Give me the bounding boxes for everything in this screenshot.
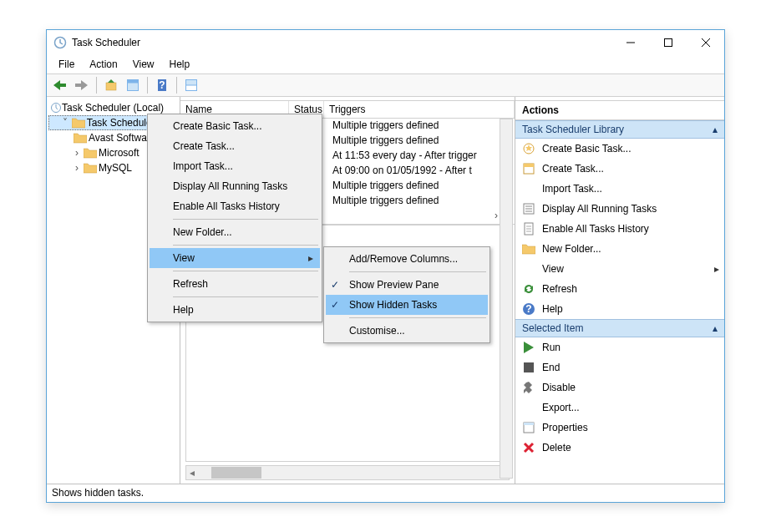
action-enable-all-tasks-history[interactable]: Enable All Tasks History [515,219,724,239]
forward-button[interactable] [72,75,92,95]
window-controls [611,30,724,55]
task-row[interactable]: Multiple triggers defined [327,194,515,209]
svg-rect-8 [186,85,197,91]
check-icon: ✓ [331,299,339,311]
tree-item-label: Microsoft [99,147,139,159]
check-icon: ✓ [331,279,339,291]
action-delete[interactable]: Delete [515,438,724,458]
star-icon [522,142,535,155]
actions-section-header[interactable]: Task Scheduler Library ▴ [515,120,724,139]
collapse-icon[interactable]: ˅ [61,117,70,129]
actions-title: Actions [515,100,724,120]
action-export[interactable]: Export... [515,398,724,418]
svg-text:?: ? [159,79,165,91]
expand-icon[interactable]: › [72,162,82,174]
action-label: Help [542,303,563,315]
ctx-new-folder[interactable]: New Folder... [150,222,320,242]
folder-icon [74,132,87,144]
action-disable[interactable]: Disable [515,377,724,398]
help-icon: ? [522,302,535,316]
vertical-scrollbar[interactable] [500,119,513,479]
folder-icon [522,242,535,256]
toolbar-separator [147,77,148,94]
help-button[interactable]: ? [152,75,172,95]
col-triggers[interactable]: Triggers [324,101,515,118]
props-icon [522,421,535,434]
menu-view[interactable]: View [126,57,161,72]
action-end[interactable]: End [515,357,724,377]
action-label: Create Task... [542,163,604,175]
submenu-arrow-icon: ▸ [308,252,313,264]
folder-icon [72,117,85,129]
menu-action[interactable]: Action [83,57,124,72]
svg-rect-2 [106,83,116,90]
toolbar: ? [47,73,724,97]
action-import-task[interactable]: Import Task... [515,179,724,199]
task-row[interactable]: Multiple triggers defined [327,119,515,134]
scroll-left-icon[interactable]: ◂ [186,467,198,479]
folder-icon [84,147,97,159]
action-properties[interactable]: Properties [515,418,724,438]
action-label: Import Task... [542,183,602,195]
folder-icon [84,162,97,174]
view-submenu: Add/Remove Columns... ✓Show Preview Pane… [323,246,490,343]
play-icon [522,341,535,354]
action-display-all-running-tasks[interactable]: Display All Running Tasks [515,199,724,219]
ctx-enable-history[interactable]: Enable All Tasks History [150,196,320,216]
expand-icon[interactable]: › [72,147,82,159]
maximize-button[interactable] [649,30,687,55]
panel-button[interactable] [123,75,143,95]
scroll-thumb[interactable] [211,467,261,479]
sub-add-remove-columns[interactable]: Add/Remove Columns... [326,249,488,269]
task-row[interactable]: Multiple triggers defined [327,179,515,194]
none-icon [522,262,535,276]
clock-icon [50,102,60,114]
back-button[interactable] [50,75,70,95]
status-bar: Shows hidden tasks. [47,484,724,502]
menu-file[interactable]: File [52,57,81,72]
minimize-button[interactable] [611,30,649,55]
task-row[interactable]: At 11:53 every day - After trigger [327,149,515,164]
action-new-folder[interactable]: New Folder... [515,239,724,259]
sub-show-hidden-tasks[interactable]: ✓Show Hidden Tasks [326,295,488,315]
refresh-icon [522,282,535,296]
more-indicator[interactable]: › [327,209,515,224]
list-icon [522,202,535,215]
action-refresh[interactable]: Refresh [515,279,724,299]
none-icon [522,401,535,414]
ctx-separator [349,317,486,318]
app-icon [53,36,67,49]
ctx-create-basic-task[interactable]: Create Basic Task... [150,116,320,136]
action-label: Properties [542,422,588,433]
menu-bar: File Action View Help [47,55,724,73]
actions-section-header[interactable]: Selected Item ▴ [515,319,724,337]
action-create-basic-task[interactable]: Create Basic Task... [515,139,724,159]
ctx-create-task[interactable]: Create Task... [150,136,320,156]
actions-list: RunEndDisableExport...PropertiesDelete [515,337,724,458]
menu-help[interactable]: Help [163,57,197,72]
sub-customise[interactable]: Customise... [326,321,488,341]
action-help[interactable]: ?Help [515,299,724,319]
ctx-import-task[interactable]: Import Task... [150,156,320,176]
task-row[interactable]: Multiple triggers defined [327,134,515,149]
close-button[interactable] [687,30,724,55]
action-run[interactable]: Run [515,337,724,357]
actions-panel: Actions Task Scheduler Library ▴ Create … [515,97,724,484]
ctx-refresh[interactable]: Refresh [150,274,320,294]
horizontal-scrollbar[interactable]: ◂ ▸ [185,465,510,480]
task-row[interactable]: At 09:00 on 01/05/1992 - After t [327,164,515,179]
ctx-separator [173,271,318,271]
ctx-separator [173,245,318,246]
collapse-icon: ▴ [713,322,718,334]
ctx-view[interactable]: View ▸ Add/Remove Columns... ✓Show Previ… [150,248,320,268]
up-button[interactable] [101,75,121,95]
sub-show-preview-pane[interactable]: ✓Show Preview Pane [326,275,488,295]
panel2-button[interactable] [181,75,201,95]
action-create-task[interactable]: Create Task... [515,159,724,179]
tree-root-label: Task Scheduler (Local) [62,102,164,114]
action-label: Export... [542,402,580,413]
ctx-help[interactable]: Help [150,300,320,320]
action-view[interactable]: View▸ [515,259,724,279]
ctx-display-running[interactable]: Display All Running Tasks [150,176,320,196]
ctx-separator [173,219,318,220]
